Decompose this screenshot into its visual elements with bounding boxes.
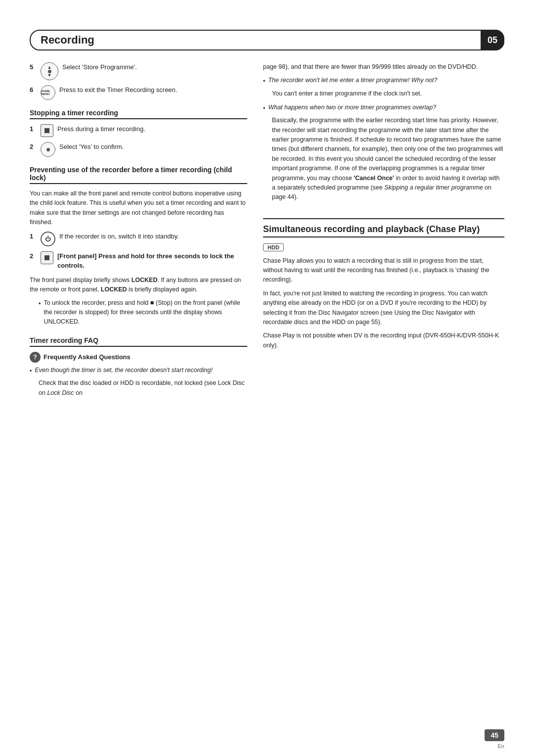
faq-bullet-1-body: Check that the disc loaded or HDD is rec…	[39, 378, 247, 398]
stopping-step-2-number: 2	[30, 142, 37, 150]
right-faq-q1-body: You can't enter a timer programme if the…	[272, 89, 504, 98]
page-title: Recording	[41, 34, 493, 47]
faq-bullet-1-italic: Even though the timer is set, the record…	[35, 367, 213, 374]
two-column-layout: 5 ▲ ▼ Select 'Store Programme'. 6	[30, 62, 504, 402]
left-column: 5 ▲ ▼ Select 'Store Programme'. 6	[30, 62, 247, 402]
preventing-bullet-1: • To unlock the recorder, press and hold…	[39, 298, 247, 326]
faq-header-row: ? Frequently Asked Questions	[30, 352, 247, 363]
step-6-row: 6 HOME MENU Press to exit the Timer Reco…	[30, 85, 247, 100]
sim-section: Simultaneous recording and playback (Cha…	[263, 218, 504, 350]
preventing-bullet-1-text: To unlock the recorder, press and hold ■…	[44, 298, 247, 326]
stop-rec-button-icon	[41, 124, 53, 137]
stopping-section-title: Stopping a timer recording	[30, 109, 247, 119]
faq-section-title: Timer recording FAQ	[30, 336, 247, 347]
right-faq-q2: • What happens when two or more timer pr…	[263, 103, 504, 113]
preventing-step-2-content: [Front panel] Press and hold for three s…	[41, 251, 247, 271]
sim-section-title: Simultaneous recording and playback (Cha…	[263, 224, 504, 237]
home-menu-button-icon: HOME MENU	[41, 85, 55, 100]
stopping-step-2-content: Select 'Yes' to confirm.	[41, 142, 247, 157]
faq-icon: ?	[30, 352, 41, 363]
faq-lock-disc-ref: Lock Disc	[47, 389, 74, 396]
preventing-step-1-number: 1	[30, 232, 37, 240]
faq-bullet-1: • Even though the timer is set, the reco…	[30, 366, 247, 376]
page-en-label: En	[498, 743, 504, 749]
arrow-up-icon: ▲	[47, 65, 52, 70]
store-programme-button-icon: ▲ ▼	[41, 62, 58, 80]
front-panel-square-icon	[44, 255, 49, 260]
standby-button-icon: ⏻	[41, 232, 55, 246]
step-5-row: 5 ▲ ▼ Select 'Store Programme'.	[30, 62, 247, 80]
preventing-step-2-body: The front panel display briefly shows LO…	[30, 276, 247, 295]
right-page-ref: page 98), and that there are fewer than …	[263, 62, 504, 72]
faq-bullet-dot-icon: •	[30, 367, 32, 376]
preventing-step-1-text: If the recorder is on, switch it into st…	[59, 232, 179, 241]
preventing-step-2-number: 2	[30, 251, 37, 260]
right-faq-q1-dot: •	[263, 77, 265, 86]
step-6-number: 6	[30, 85, 37, 94]
stopping-step-1-content: Press during a timer recording.	[41, 124, 247, 137]
bullet-dot-icon: •	[39, 299, 41, 326]
page: Recording 05 5 ▲ ▼ Select 'Store Program…	[0, 0, 534, 756]
front-panel-button-icon	[41, 251, 53, 264]
preventing-step-1-row: 1 ⏻ If the recorder is on, switch it int…	[30, 232, 247, 246]
right-faq-cancel-once: 'Cancel Once'	[354, 175, 394, 182]
stopping-step-2-text: Select 'Yes' to confirm.	[59, 142, 124, 152]
faq-header-title: Frequently Asked Questions	[44, 353, 131, 361]
chapter-badge: 05	[481, 30, 504, 50]
confirm-dot-icon	[46, 148, 50, 151]
right-faq-q1-italic: The recorder won't let me enter a timer …	[268, 76, 437, 86]
page-header: Recording 05	[30, 30, 504, 50]
confirm-button-icon	[41, 142, 55, 157]
right-faq-q2-body: Basically, the programme with the earlie…	[272, 116, 504, 202]
right-faq-q2-dot: •	[263, 104, 265, 113]
stop-square-icon	[44, 128, 49, 133]
sim-body-3: Chase Play is not possible when DV is th…	[263, 331, 504, 350]
faq-on-text: on	[76, 389, 83, 396]
stopping-step-1-number: 1	[30, 124, 37, 133]
stopping-step-1-text: Press during a timer recording.	[57, 124, 145, 134]
hdd-badge: HDD	[263, 243, 284, 251]
preventing-step-2-row: 2 [Front panel] Press and hold for three…	[30, 251, 247, 271]
page-number-box: 45	[485, 729, 504, 741]
step-6-content: HOME MENU Press to exit the Timer Record…	[41, 85, 247, 100]
preventing-body: You can make all the front panel and rem…	[30, 189, 247, 228]
step-5-text: Select 'Store Programme'.	[62, 62, 137, 72]
arrow-down-icon: ▼	[47, 73, 52, 78]
right-column: page 98), and that there are fewer than …	[263, 62, 504, 402]
right-faq-q2-italic2: Skipping a regular timer programme	[384, 184, 483, 191]
stopping-step-1-row: 1 Press during a timer recording.	[30, 124, 247, 137]
preventing-step-2-text: [Front panel] Press and hold for three s…	[57, 251, 247, 271]
sim-body-2: In fact, you're not just limited to watc…	[263, 289, 504, 328]
preventing-section-title: Preventing use of the recorder before a …	[30, 166, 247, 184]
preventing-step-1-content: ⏻ If the recorder is on, switch it into …	[41, 232, 247, 246]
faq-bullet-1-text: Even though the timer is set, the record…	[35, 366, 213, 376]
step-6-text: Press to exit the Timer Recording screen…	[59, 85, 177, 95]
sim-body-1: Chase Play allows you to watch a recordi…	[263, 256, 504, 285]
home-menu-label: HOME MENU	[41, 90, 55, 95]
right-faq-q1: • The recorder won't let me enter a time…	[263, 76, 504, 86]
step-5-number: 5	[30, 62, 37, 71]
step-5-content: ▲ ▼ Select 'Store Programme'.	[41, 62, 247, 80]
stopping-step-2-row: 2 Select 'Yes' to confirm.	[30, 142, 247, 157]
right-faq-q2-italic: What happens when two or more timer prog…	[268, 103, 436, 113]
